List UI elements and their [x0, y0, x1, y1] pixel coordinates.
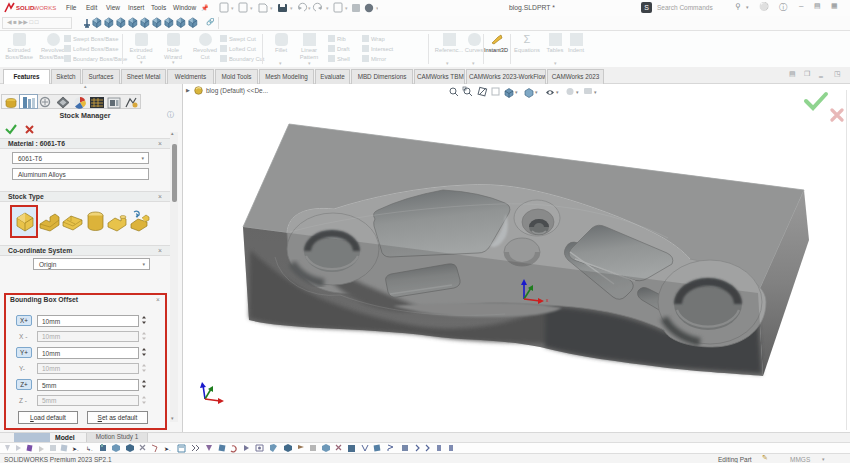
svg-text:WORKS: WORKS [34, 5, 57, 11]
svg-text:▾: ▾ [270, 5, 273, 11]
svg-text:▾: ▾ [376, 5, 378, 11]
svg-text:▾: ▾ [290, 5, 293, 11]
svg-text:➤.: ➤. [164, 446, 171, 452]
svg-text:↳.: ↳. [86, 446, 93, 452]
svg-text:SOLID: SOLID [16, 5, 35, 11]
svg-text:▾: ▾ [345, 5, 348, 11]
svg-text:▾: ▾ [231, 5, 234, 11]
svg-text:▾: ▾ [250, 5, 253, 11]
svg-text:➤.: ➤. [72, 446, 79, 452]
svg-text:▾: ▾ [326, 5, 329, 11]
svg-text:▾: ▾ [308, 5, 311, 11]
